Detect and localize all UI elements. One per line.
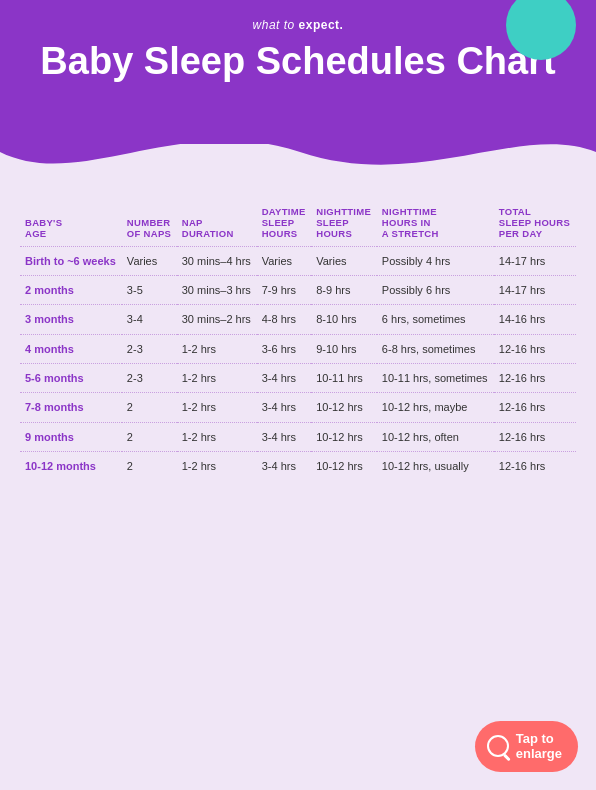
col-daytime: DAYTIMESLEEPHOURS (257, 202, 312, 247)
table-row: 5-6 months2-31-2 hrs3-4 hrs10-11 hrs10-1… (20, 364, 576, 393)
cell-7-2: 1-2 hrs (177, 451, 257, 480)
cell-7-6: 12-16 hrs (494, 451, 576, 480)
table-row: Birth to ~6 weeksVaries30 mins–4 hrsVari… (20, 246, 576, 275)
cell-3-1: 2-3 (122, 334, 177, 363)
table-row: 3 months3-430 mins–2 hrs4-8 hrs8-10 hrs6… (20, 305, 576, 334)
col-total: TOTALSLEEP HOURSPER DAY (494, 202, 576, 247)
cell-3-5: 6-8 hrs, sometimes (377, 334, 494, 363)
cell-1-1: 3-5 (122, 276, 177, 305)
page-title: Baby Sleep Schedules Chart (20, 40, 576, 84)
cell-6-2: 1-2 hrs (177, 422, 257, 451)
brand-logo: what to expect. (20, 18, 576, 32)
cell-6-1: 2 (122, 422, 177, 451)
cell-4-6: 12-16 hrs (494, 364, 576, 393)
cell-3-2: 1-2 hrs (177, 334, 257, 363)
table-row: 9 months21-2 hrs3-4 hrs10-12 hrs10-12 hr… (20, 422, 576, 451)
cell-2-1: 3-4 (122, 305, 177, 334)
cell-3-3: 3-6 hrs (257, 334, 312, 363)
table-section: BABY'SAGE NUMBEROF NAPS NAPDURATION DAYT… (0, 192, 596, 501)
cell-2-4: 8-10 hrs (311, 305, 377, 334)
cell-5-2: 1-2 hrs (177, 393, 257, 422)
wave-divider (0, 142, 596, 192)
table-row: 2 months3-530 mins–3 hrs7-9 hrs8-9 hrsPo… (20, 276, 576, 305)
cell-0-6: 14-17 hrs (494, 246, 576, 275)
search-icon (487, 735, 509, 757)
cell-7-4: 10-12 hrs (311, 451, 377, 480)
col-stretch: NIGHTTIMEHOURS INA STRETCH (377, 202, 494, 247)
cell-1-5: Possibly 6 hrs (377, 276, 494, 305)
table-row: 10-12 months21-2 hrs3-4 hrs10-12 hrs10-1… (20, 451, 576, 480)
cell-2-0: 3 months (20, 305, 122, 334)
cell-5-4: 10-12 hrs (311, 393, 377, 422)
header: what to expect. Baby Sleep Schedules Cha… (0, 0, 596, 144)
cell-1-4: 8-9 hrs (311, 276, 377, 305)
table-row: 4 months2-31-2 hrs3-6 hrs9-10 hrs6-8 hrs… (20, 334, 576, 363)
cell-5-6: 12-16 hrs (494, 393, 576, 422)
cell-6-5: 10-12 hrs, often (377, 422, 494, 451)
cell-0-3: Varies (257, 246, 312, 275)
table-header-row: BABY'SAGE NUMBEROF NAPS NAPDURATION DAYT… (20, 202, 576, 247)
col-age: BABY'SAGE (20, 202, 122, 247)
col-naps: NUMBEROF NAPS (122, 202, 177, 247)
cell-7-3: 3-4 hrs (257, 451, 312, 480)
cell-7-1: 2 (122, 451, 177, 480)
cell-4-2: 1-2 hrs (177, 364, 257, 393)
cell-4-3: 3-4 hrs (257, 364, 312, 393)
cell-1-6: 14-17 hrs (494, 276, 576, 305)
table-row: 7-8 months21-2 hrs3-4 hrs10-12 hrs10-12 … (20, 393, 576, 422)
cell-0-1: Varies (122, 246, 177, 275)
cell-0-4: Varies (311, 246, 377, 275)
cell-2-5: 6 hrs, sometimes (377, 305, 494, 334)
cell-2-2: 30 mins–2 hrs (177, 305, 257, 334)
cell-6-4: 10-12 hrs (311, 422, 377, 451)
cell-3-0: 4 months (20, 334, 122, 363)
cell-2-3: 4-8 hrs (257, 305, 312, 334)
cell-0-0: Birth to ~6 weeks (20, 246, 122, 275)
tap-enlarge-label: Tap toenlarge (516, 731, 562, 762)
cell-4-5: 10-11 hrs, sometimes (377, 364, 494, 393)
sleep-schedule-table: BABY'SAGE NUMBEROF NAPS NAPDURATION DAYT… (20, 202, 576, 481)
cell-0-2: 30 mins–4 hrs (177, 246, 257, 275)
cell-5-3: 3-4 hrs (257, 393, 312, 422)
cell-4-1: 2-3 (122, 364, 177, 393)
cell-1-0: 2 months (20, 276, 122, 305)
cell-2-6: 14-16 hrs (494, 305, 576, 334)
cell-3-4: 9-10 hrs (311, 334, 377, 363)
cell-6-6: 12-16 hrs (494, 422, 576, 451)
cell-7-5: 10-12 hrs, usually (377, 451, 494, 480)
cell-4-4: 10-11 hrs (311, 364, 377, 393)
cell-7-0: 10-12 months (20, 451, 122, 480)
cell-6-0: 9 months (20, 422, 122, 451)
cell-4-0: 5-6 months (20, 364, 122, 393)
tap-to-enlarge-button[interactable]: Tap toenlarge (475, 721, 578, 772)
cell-5-5: 10-12 hrs, maybe (377, 393, 494, 422)
cell-0-5: Possibly 4 hrs (377, 246, 494, 275)
cell-1-3: 7-9 hrs (257, 276, 312, 305)
col-nap-duration: NAPDURATION (177, 202, 257, 247)
col-nighttime: NIGHTTIMESLEEPHOURS (311, 202, 377, 247)
cell-1-2: 30 mins–3 hrs (177, 276, 257, 305)
cell-5-0: 7-8 months (20, 393, 122, 422)
cell-6-3: 3-4 hrs (257, 422, 312, 451)
cell-3-6: 12-16 hrs (494, 334, 576, 363)
cell-5-1: 2 (122, 393, 177, 422)
